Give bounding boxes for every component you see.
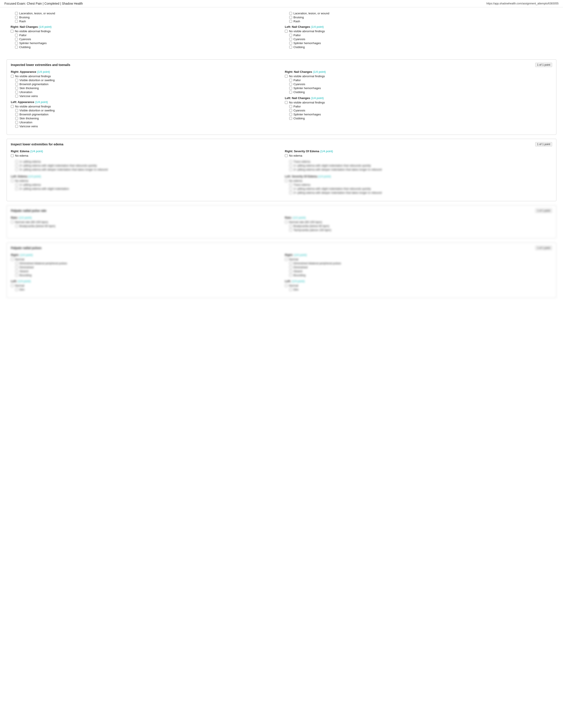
left-appearance-group: Left: Appearance (1/4 point) No visible … [11,100,278,128]
checkbox-cyanosis-rn[interactable] [15,38,18,41]
checkbox-ulceration-ra[interactable] [15,91,18,94]
list-item: Bruising [285,16,552,19]
section5-field4: Left: (1/4 point) Normal Dim [285,280,552,291]
checkbox-blurred-ls3[interactable] [289,191,292,194]
list-item: 2+ pitting edema with deeper indentation… [285,191,552,194]
checkbox-b5-2[interactable] [15,262,18,265]
left-nail-changes-group: Left: Nail Changes (1/4 point) No visibl… [285,25,552,49]
section3-title: Inspect lower extremities for edema [11,143,63,146]
checkbox-cyanosis-ln[interactable] [289,38,292,41]
list-item: Diminished bilateral peripheral pulses [285,262,552,265]
checkbox-brownish-ra[interactable] [15,83,18,86]
checkbox-blurred-s1[interactable] [289,160,292,163]
checkbox-b5-7[interactable] [289,262,292,265]
list-item: No edema [11,179,278,182]
checkbox-no-edema-r[interactable] [11,154,14,157]
checkbox-pallor-ln[interactable] [289,34,292,37]
checkbox-blurred-2[interactable] [15,164,18,167]
list-item: 1+ pitting edema with slight indentation… [285,187,552,190]
checkbox-blurred-l1[interactable] [15,183,18,186]
checkbox-blurred-1[interactable] [15,160,18,163]
section5-field2: Right: (1/4 point) Normal Diminished bil… [285,253,552,277]
checkbox-cyanosis-lnc2[interactable] [289,109,292,112]
checkbox-b5-3[interactable] [15,266,18,269]
checkbox-blurred-l2[interactable] [15,187,18,190]
list-item: Rash [285,20,552,23]
checkbox-no-edema-rs[interactable] [285,154,288,157]
checkbox-b5-12[interactable] [289,288,292,291]
checkbox-pallor-lnc2[interactable] [289,105,292,108]
checkbox-splinter-rn[interactable] [15,42,18,45]
checkbox-no-edema-l[interactable] [11,179,14,182]
checkbox-b5-10[interactable] [15,288,18,291]
checkbox-b4-3[interactable] [285,221,288,223]
checkbox-no-edema-ls[interactable] [285,179,288,182]
checkbox-b5-8b[interactable] [289,270,292,273]
checkbox-skin-ra[interactable] [15,87,18,90]
checkbox-pallor-rnc2[interactable] [289,79,292,82]
checkbox-blurred-ls2[interactable] [289,187,292,190]
section5-title: Palpate radial pulses [11,246,41,250]
checkbox-brownish-la[interactable] [15,113,18,116]
checkbox-b5-6[interactable] [285,258,288,261]
right-nail-changes-label: Right: Nail Changes (1/4 point) [11,25,278,28]
checkbox-rash-left[interactable] [15,20,18,23]
checkbox-no-findings-lnc2[interactable] [285,101,288,104]
checkbox-clubbing-rnc2[interactable] [289,91,292,94]
section4-field1: Rate: (1/2 point) Normal rate (60-100 bp… [11,216,278,228]
checkbox-b4-2[interactable] [15,225,18,227]
checkbox-ulceration-la[interactable] [15,121,18,124]
checkbox-distortion-la[interactable] [15,109,18,112]
list-item: Visible distortion or swelling [11,109,278,112]
list-item: No edema [11,154,278,157]
checkbox-no-findings-ra[interactable] [11,75,14,78]
checkbox-b5-4[interactable] [15,270,18,273]
checkbox-b5-8[interactable] [289,266,292,269]
checkbox-b4-1[interactable] [11,221,14,223]
checkbox-blurred-ls1[interactable] [289,183,292,186]
checkbox-laceration-right[interactable] [289,12,292,15]
left-severity-label-blurred: Left: Severity Of Edema (1/4 point) [285,175,552,178]
checkbox-blurred-s3[interactable] [289,168,292,171]
checkbox-laceration-left[interactable] [15,12,18,15]
list-item: No visible abnormal findings [285,75,552,78]
checkbox-rash-right[interactable] [289,20,292,23]
checkbox-cyanosis-rnc2[interactable] [289,83,292,86]
checkbox-no-findings-la[interactable] [11,105,14,108]
checkbox-pallor-rn[interactable] [15,34,18,37]
checkbox-b5-1[interactable] [11,258,14,261]
list-item: Varicose veins [11,125,278,128]
checkbox-no-findings-rn[interactable] [11,30,13,33]
checkbox-clubbing-rn[interactable] [15,46,18,49]
checkbox-no-findings-rnc2[interactable] [285,75,288,78]
right-appearance-label: Right: Appearance (1/4 point) [11,70,278,73]
list-item: Ulceration [11,121,278,124]
list-item: No visible abnormal findings [285,30,552,33]
checkbox-skin-la[interactable] [15,117,18,120]
checkbox-b5-9[interactable] [11,284,14,287]
checkbox-splinter-rnc2[interactable] [289,87,292,90]
left-nail-changes-label: Left: Nail Changes (1/4 point) [285,25,552,28]
checkbox-no-findings-ln[interactable] [285,30,288,33]
right-nail-changes-group: Right: Nail Changes (1/4 point) No visib… [11,25,278,49]
checkbox-b5-11[interactable] [285,284,288,287]
checkbox-clubbing-lnc2[interactable] [289,117,292,120]
checkbox-b5-8c[interactable] [289,274,292,277]
checkbox-blurred-3[interactable] [15,168,18,171]
list-item: Normal [11,258,278,261]
checkbox-b4-4[interactable] [289,225,292,227]
checkbox-bruising-right[interactable] [289,16,292,19]
list-item: Normal [285,284,552,287]
checkbox-blurred-s2[interactable] [289,164,292,167]
checkbox-b5-5[interactable] [15,274,18,277]
checkbox-clubbing-ln[interactable] [289,46,292,49]
checkbox-b4-5[interactable] [289,229,292,231]
checkbox-distortion-ra[interactable] [15,79,18,82]
checkbox-varicose-la[interactable] [15,125,18,128]
section4-col1: Rate: (1/2 point) Normal rate (60-100 bp… [11,216,278,234]
checkbox-bruising-left[interactable] [15,16,18,19]
right-edema-col: Right: Edema (1/4 point) No edema 1+ pit… [11,150,278,197]
checkbox-splinter-ln[interactable] [289,42,292,45]
checkbox-splinter-lnc2[interactable] [289,113,292,116]
checkbox-varicose-ra[interactable] [15,95,18,98]
